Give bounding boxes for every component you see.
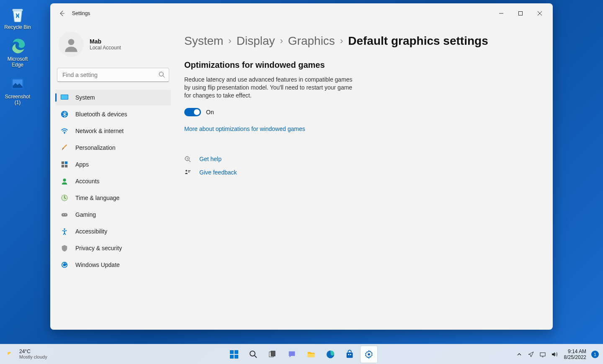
apps-icon	[60, 160, 69, 169]
desktop-icons: Recycle Bin Microsoft Edge Screenshot (1…	[2, 3, 34, 107]
svg-rect-34	[308, 354, 315, 357]
weather-temp: 24°C	[19, 349, 47, 354]
start-button[interactable]	[226, 346, 242, 363]
svg-rect-40	[540, 353, 545, 356]
sidebar-item-bluetooth[interactable]: Bluetooth & devices	[55, 106, 171, 122]
sidebar-item-accounts[interactable]: Accounts	[55, 173, 171, 189]
taskbar-edge-button[interactable]	[322, 346, 339, 363]
notification-badge[interactable]: 1	[591, 351, 599, 358]
avatar-icon	[59, 32, 84, 57]
window-title: Settings	[72, 10, 90, 16]
clock-date: 8/25/2022	[564, 354, 586, 360]
svg-point-10	[64, 133, 65, 134]
svg-point-18	[63, 214, 64, 215]
bluetooth-icon	[60, 110, 69, 118]
person-icon	[60, 177, 69, 185]
sidebar-item-privacy[interactable]: Privacy & security	[55, 240, 171, 256]
sidebar-item-label: Apps	[75, 161, 89, 168]
gamepad-icon	[60, 210, 69, 219]
svg-rect-36	[347, 352, 353, 358]
search-input[interactable]	[57, 68, 169, 82]
breadcrumb-display[interactable]: Display	[237, 34, 275, 48]
sidebar-item-label: Privacy & security	[75, 245, 122, 251]
svg-point-5	[68, 39, 75, 45]
svg-rect-30	[234, 355, 238, 359]
tray-volume-icon[interactable]	[550, 349, 559, 360]
sidebar-item-label: Personalization	[75, 144, 116, 151]
taskbar-weather[interactable]: 24°C Mostly cloudy	[0, 349, 47, 360]
desktop-icon-screenshot[interactable]: Screenshot (1)	[2, 73, 34, 107]
taskbar-tray: 9:14 AM 8/25/2022 1	[515, 349, 603, 360]
breadcrumb-graphics[interactable]: Graphics	[288, 34, 335, 48]
svg-point-39	[368, 353, 370, 356]
more-about-link[interactable]: More about optimizations for windowed ga…	[184, 126, 536, 132]
svg-text:?: ?	[186, 157, 188, 161]
search-icon	[158, 71, 165, 79]
sidebar-item-label: Accounts	[75, 178, 100, 185]
desktop-icon-label: Screenshot (1)	[3, 94, 33, 105]
accessibility-icon	[60, 227, 69, 236]
task-view-button[interactable]	[264, 346, 281, 363]
taskbar-chat-button[interactable]	[283, 346, 300, 363]
svg-rect-11	[62, 161, 64, 164]
sidebar-nav: System Bluetooth & devices Network & int…	[55, 90, 171, 273]
profile-block[interactable]: Mab Local Account	[55, 23, 171, 68]
chevron-right-icon: ›	[280, 36, 283, 46]
profile-name: Mab	[90, 38, 121, 45]
toggle-row: On	[184, 108, 536, 116]
settings-window: Settings Mab Local Account	[50, 3, 553, 330]
taskbar-clock[interactable]: 9:14 AM 8/25/2022	[562, 349, 589, 360]
sidebar-item-system[interactable]: System	[55, 90, 171, 105]
titlebar: Settings	[50, 3, 553, 23]
svg-rect-13	[62, 165, 64, 167]
svg-point-26	[8, 353, 15, 357]
svg-point-20	[64, 228, 65, 230]
taskbar-explorer-button[interactable]	[303, 346, 320, 363]
recycle-bin-icon	[8, 5, 27, 23]
tray-location-icon[interactable]	[526, 349, 536, 360]
svg-point-15	[63, 179, 66, 182]
desktop-icon-label: Microsoft Edge	[3, 56, 33, 68]
sidebar-item-accessibility[interactable]: Accessibility	[55, 223, 171, 239]
toggle-state-label: On	[206, 109, 214, 115]
sidebar-item-personalization[interactable]: Personalization	[55, 140, 171, 156]
breadcrumb-system[interactable]: System	[184, 34, 223, 48]
sidebar-item-gaming[interactable]: Gaming	[55, 207, 171, 223]
svg-rect-4	[519, 12, 523, 15]
taskbar-settings-button[interactable]	[361, 346, 377, 363]
sidebar-item-label: Network & internet	[75, 128, 124, 134]
svg-rect-12	[65, 161, 67, 164]
system-icon	[60, 93, 69, 102]
shield-icon	[60, 244, 69, 252]
content-pane: System › Display › Graphics › Default gr…	[176, 23, 553, 330]
wifi-icon	[60, 127, 69, 135]
image-file-icon	[8, 74, 27, 93]
svg-rect-29	[230, 355, 234, 359]
sidebar-item-apps[interactable]: Apps	[55, 156, 171, 172]
taskbar-center	[226, 346, 377, 363]
update-icon	[60, 261, 69, 269]
back-button[interactable]	[54, 5, 70, 22]
give-feedback-link[interactable]: Give feedback	[199, 169, 237, 176]
desktop-icon-recycle-bin[interactable]: Recycle Bin	[2, 3, 34, 32]
taskbar: 24°C Mostly cloudy 9:14 AM 8/25/2022 1	[0, 344, 603, 364]
svg-point-24	[186, 170, 187, 172]
tray-chevron-up-icon[interactable]	[515, 349, 524, 360]
sidebar-item-time-language[interactable]: Time & language	[55, 190, 171, 206]
taskbar-search-button[interactable]	[245, 346, 262, 363]
minimize-button[interactable]	[492, 7, 511, 20]
close-button[interactable]	[530, 7, 549, 20]
optimizations-toggle[interactable]	[184, 108, 201, 116]
taskbar-store-button[interactable]	[341, 346, 358, 363]
get-help-link[interactable]: Get help	[199, 156, 222, 162]
maximize-button[interactable]	[511, 7, 530, 20]
svg-point-6	[159, 72, 163, 76]
tray-network-icon[interactable]	[538, 349, 547, 360]
sidebar: Mab Local Account System Bluetooth & dev…	[50, 23, 176, 330]
sidebar-item-network[interactable]: Network & internet	[55, 123, 171, 139]
sidebar-item-windows-update[interactable]: Windows Update	[55, 257, 171, 273]
svg-rect-38	[350, 354, 351, 355]
svg-rect-17	[62, 213, 67, 216]
desktop-icon-edge[interactable]: Microsoft Edge	[2, 35, 34, 69]
sidebar-item-label: Bluetooth & devices	[75, 111, 127, 118]
